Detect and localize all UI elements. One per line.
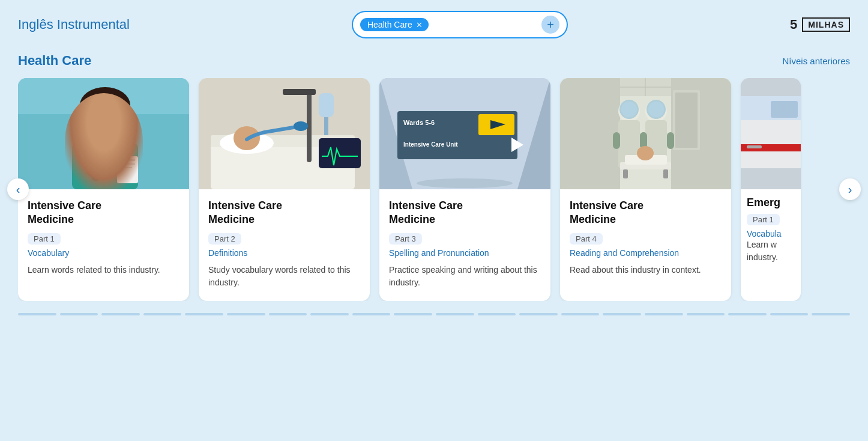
svg-rect-20 <box>324 117 328 135</box>
card-intensive-care-4[interactable]: Intensive CareMedicine Part 4 Reading an… <box>560 78 731 301</box>
search-add-button[interactable]: + <box>541 16 559 34</box>
svg-rect-62 <box>623 169 628 178</box>
section-header: Health Care Níveis anteriores <box>18 53 850 68</box>
card-desc-2: Study vocabulary words related to this i… <box>208 264 360 289</box>
card-image-icu <box>199 78 370 189</box>
svg-rect-4 <box>80 105 130 129</box>
card-body-2: Intensive CareMedicine Part 2 Definition… <box>199 189 370 301</box>
card-skill-link-3[interactable]: Spelling and Pronunciation <box>389 248 541 258</box>
svg-point-58 <box>648 102 664 117</box>
search-tag-chip[interactable]: Health Care ✕ <box>360 18 429 31</box>
icu-illustration <box>199 78 370 189</box>
svg-rect-68 <box>771 101 798 118</box>
progress-dash <box>60 313 98 315</box>
card-skill-link-2[interactable]: Definitions <box>208 248 360 258</box>
svg-point-3 <box>80 87 130 123</box>
progress-dash <box>645 313 683 315</box>
card-intensive-care-3[interactable]: Wards 5-6 Intensive Care Unit Intensive … <box>379 78 550 301</box>
nurse-illustration <box>18 78 189 189</box>
card-title-1: Intensive CareMedicine <box>28 199 179 227</box>
chevron-right-icon: › <box>848 183 852 196</box>
card-part-badge-3: Part 3 <box>389 233 422 245</box>
svg-rect-56 <box>667 132 674 149</box>
progress-dash <box>687 313 725 315</box>
svg-rect-48 <box>613 132 620 149</box>
cards-wrapper: ‹ <box>18 78 850 301</box>
progress-dash <box>185 313 223 315</box>
progress-dash <box>603 313 641 315</box>
app-title: Inglês Instrumental <box>18 17 130 32</box>
milhas-label: MILHAS <box>802 17 850 32</box>
svg-rect-69 <box>747 145 762 148</box>
card-title-3: Intensive CareMedicine <box>389 199 541 227</box>
card-part-badge-4: Part 4 <box>570 233 603 245</box>
card-image-sign: Wards 5-6 Intensive Care Unit <box>379 78 550 189</box>
progress-dash <box>519 313 558 315</box>
svg-rect-17 <box>283 89 316 95</box>
svg-rect-44 <box>675 93 698 148</box>
milhas-container: 5 MILHAS <box>790 17 850 32</box>
card-skill-link-4[interactable]: Reading and Comprehension <box>570 248 722 258</box>
svg-rect-21 <box>319 138 361 168</box>
progress-dash <box>478 313 516 315</box>
ppe-illustration <box>560 78 731 189</box>
card-part-badge-1: Part 1 <box>28 233 61 245</box>
progress-dash <box>394 313 432 315</box>
progress-dash <box>561 313 600 315</box>
search-tag-label: Health Care <box>367 20 412 29</box>
milhas-number: 5 <box>790 17 797 32</box>
svg-text:Wards 5-6: Wards 5-6 <box>403 119 435 126</box>
section-title: Health Care <box>18 53 91 68</box>
svg-point-61 <box>637 146 654 160</box>
card-partial-body: Emerg Part 1 Vocabula Learn windustry. <box>741 189 801 271</box>
card-body-1: Intensive CareMedicine Part 1 Vocabulary… <box>18 189 189 288</box>
progress-dash <box>436 313 474 315</box>
card-desc-1: Learn words related to this industry. <box>28 264 179 276</box>
svg-point-6 <box>91 171 101 181</box>
progress-dash <box>352 313 391 315</box>
card-intensive-care-1[interactable]: Intensive CareMedicine Part 1 Vocabulary… <box>18 78 189 301</box>
svg-text:Intensive Care Unit: Intensive Care Unit <box>403 141 458 148</box>
header: Inglês Instrumental Health Care ✕ + 5 MI… <box>0 0 868 47</box>
card-part-badge-2: Part 2 <box>208 233 241 245</box>
svg-rect-1 <box>18 114 189 189</box>
card-emergency-partial[interactable]: Emerg Part 1 Vocabula Learn windustry. <box>741 78 801 301</box>
sign-illustration: Wards 5-6 Intensive Care Unit <box>379 78 550 189</box>
svg-rect-8 <box>120 159 135 161</box>
progress-dash <box>101 313 140 315</box>
progress-dash <box>310 313 349 315</box>
svg-point-2 <box>81 90 129 144</box>
health-care-section: Health Care Níveis anteriores ‹ <box>0 47 868 301</box>
card-body-4: Intensive CareMedicine Part 4 Reading an… <box>560 189 731 288</box>
card-intensive-care-2[interactable]: Intensive CareMedicine Part 2 Definition… <box>199 78 370 301</box>
svg-point-18 <box>294 121 308 131</box>
nav-next-button[interactable]: › <box>839 178 861 200</box>
progress-dash <box>770 313 809 315</box>
card-title-2: Intensive CareMedicine <box>208 199 360 227</box>
card-image-ppe <box>560 78 731 189</box>
svg-rect-5 <box>72 143 138 189</box>
card-desc-3: Practice speaking and writing about this… <box>389 264 541 289</box>
svg-point-51 <box>621 102 637 117</box>
progress-dash <box>18 313 56 315</box>
progress-dashes <box>0 313 868 315</box>
card-partial-badge: Part 1 <box>747 214 780 225</box>
nav-prev-button[interactable]: ‹ <box>7 178 29 200</box>
niveis-anteriores-link[interactable]: Níveis anteriores <box>782 56 850 66</box>
card-skill-link-1[interactable]: Vocabulary <box>28 248 179 258</box>
svg-rect-38 <box>560 78 620 189</box>
progress-dash <box>269 313 307 315</box>
card-title-4: Intensive CareMedicine <box>570 199 722 227</box>
svg-rect-10 <box>120 167 132 168</box>
progress-dash <box>812 313 850 315</box>
emerg-illustration <box>741 78 801 189</box>
card-body-3: Intensive CareMedicine Part 3 Spelling a… <box>379 189 550 301</box>
card-image-nurse <box>18 78 189 189</box>
search-bar: Health Care ✕ + <box>352 11 568 38</box>
svg-rect-63 <box>663 169 668 178</box>
cards-scroll: Intensive CareMedicine Part 1 Vocabulary… <box>18 78 850 301</box>
progress-dash <box>728 313 767 315</box>
close-tag-icon[interactable]: ✕ <box>416 20 423 29</box>
svg-point-35 <box>417 178 513 188</box>
card-partial-skill-link[interactable]: Vocabula <box>747 229 795 239</box>
